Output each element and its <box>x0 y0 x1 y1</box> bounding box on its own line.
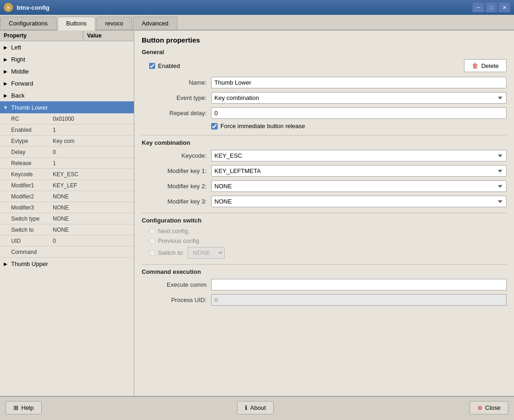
value-header: Value <box>83 31 105 41</box>
sub-row-release: Release 1 <box>0 158 134 169</box>
switch-to-label-tree: Switch to <box>11 227 53 233</box>
section-title: Button properties <box>142 36 507 44</box>
force-release-checkbox[interactable] <box>211 123 218 130</box>
switch-to-row: Switch to: NONE <box>142 247 507 259</box>
app-icon: 🖱 <box>4 3 13 12</box>
tab-buttons[interactable]: Buttons <box>57 17 95 31</box>
close-label: Close <box>485 404 501 411</box>
mod1-select[interactable]: KEY_LEFTMETA <box>211 165 507 177</box>
enabled-checkbox[interactable] <box>149 63 155 69</box>
mod3-label: Modifier key 3: <box>142 198 207 205</box>
key-combo-title: Key combination <box>142 139 507 146</box>
tree-item-thumb-lower[interactable]: ▼ Thumb Lower <box>0 101 134 113</box>
name-row: Name: <box>142 77 507 88</box>
mod1-value: KEY_LEF <box>53 182 77 189</box>
back-label: Back <box>9 91 134 100</box>
window-title: btnx-config <box>17 4 469 11</box>
mod1-row: Modifier key 1: KEY_LEFTMETA <box>142 165 507 177</box>
keycode-select[interactable]: KEY_ESC <box>211 150 507 161</box>
sub-row-uid: UID 0 <box>0 235 134 247</box>
tree-item-forward[interactable]: ▶ Forward <box>0 77 134 89</box>
mod3-value: NONE <box>53 204 69 211</box>
uid-value: 0 <box>53 238 56 244</box>
mod2-label-tree: Modifier2 <box>11 193 53 200</box>
tab-advanced[interactable]: Advanced <box>133 17 177 30</box>
switch-to-label: Switch to: <box>158 249 184 256</box>
sub-row-modifier2: Modifier2 NONE <box>0 191 134 202</box>
enabled-label-tree: Enabled <box>11 127 53 133</box>
uid-row: Process UID: <box>142 294 507 306</box>
prev-config-radio[interactable] <box>149 238 155 244</box>
tree-item-back[interactable]: ▶ Back <box>0 89 134 101</box>
forward-label: Forward <box>9 79 134 88</box>
delete-label: Delete <box>481 62 499 69</box>
middle-label: Middle <box>9 67 134 76</box>
mod2-select[interactable]: NONE <box>211 180 507 192</box>
name-input[interactable] <box>211 77 507 88</box>
expand-arrow-left: ▶ <box>2 45 9 50</box>
name-label: Name: <box>142 79 207 86</box>
expand-arrow-thumb-upper: ▶ <box>2 261 9 266</box>
main-content: Property Value ▶ Left ▶ Right ▶ Middle ▶… <box>0 31 514 396</box>
about-button[interactable]: ℹ About <box>237 401 274 414</box>
close-button[interactable]: ⊗ Close <box>470 401 508 414</box>
sub-row-rc: RC 0x01000 <box>0 113 134 124</box>
switch-type-value: NONE <box>53 216 69 222</box>
delete-icon: 🗑 <box>472 62 478 69</box>
cmd-exec-title: Command execution <box>142 268 507 275</box>
window-controls: ─ □ ✕ <box>472 2 510 12</box>
maximize-button[interactable]: □ <box>485 2 497 12</box>
delay-value: 0 <box>53 149 56 155</box>
expand-arrow-back: ▶ <box>2 93 9 98</box>
tab-configurations[interactable]: Configurations <box>0 17 56 30</box>
help-label: Help <box>21 404 34 411</box>
general-title: General <box>142 49 507 56</box>
repeat-delay-input[interactable] <box>211 107 507 119</box>
config-switch-section: Configuration switch Next config. Previo… <box>142 217 507 259</box>
tree-item-left[interactable]: ▶ Left <box>0 41 134 53</box>
tab-revoco[interactable]: revoco <box>96 17 132 30</box>
event-type-select[interactable]: Key combination <box>211 92 507 104</box>
enabled-checkbox-row: Enabled <box>149 62 464 69</box>
general-section: General Enabled 🗑 Delete Name: Event typ… <box>142 49 507 130</box>
release-value: 1 <box>53 160 56 167</box>
tree-item-middle[interactable]: ▶ Middle <box>0 65 134 77</box>
next-config-radio[interactable] <box>149 228 155 234</box>
key-combo-section: Key combination Keycode: KEY_ESC Modifie… <box>142 139 507 207</box>
about-icon: ℹ <box>245 404 247 411</box>
close-window-button[interactable]: ✕ <box>498 2 510 12</box>
release-label: Release <box>11 160 53 167</box>
switch-to-value: NONE <box>53 227 69 233</box>
about-label: About <box>250 404 266 411</box>
sub-row-switch-type: Switch type NONE <box>0 213 134 224</box>
expand-arrow-middle: ▶ <box>2 69 9 74</box>
thumb-lower-label: Thumb Lower <box>9 103 134 112</box>
keycode-value: KEY_ESC <box>53 171 78 178</box>
uid-input[interactable] <box>211 294 507 306</box>
mod1-label: Modifier key 1: <box>142 167 207 174</box>
sub-row-command: Command <box>0 247 134 258</box>
bottom-bar: ⊞ Help ℹ About ⊗ Close <box>0 396 514 418</box>
minimize-button[interactable]: ─ <box>472 2 484 12</box>
keycode-label-tree: Keycode <box>11 171 53 178</box>
event-type-row: Event type: Key combination <box>142 92 507 104</box>
mod3-select[interactable]: NONE <box>211 196 507 207</box>
tree-item-thumb-upper[interactable]: ▶ Thumb Upper <box>0 258 134 270</box>
property-header: Property <box>0 31 83 41</box>
sub-row-switch-to: Switch to NONE <box>0 224 134 235</box>
tree-item-right[interactable]: ▶ Right <box>0 53 134 65</box>
sub-row-modifier1: Modifier1 KEY_LEF <box>0 180 134 191</box>
sub-row-evtype: Evtype Key com <box>0 136 134 147</box>
delete-button[interactable]: 🗑 Delete <box>464 59 507 72</box>
switch-to-radio[interactable] <box>149 250 155 256</box>
switch-to-select[interactable]: NONE <box>188 247 225 259</box>
keycode-row: Keycode: KEY_ESC <box>142 150 507 161</box>
left-panel: Property Value ▶ Left ▶ Right ▶ Middle ▶… <box>0 31 134 396</box>
mod2-row: Modifier key 2: NONE <box>142 180 507 192</box>
evtype-label: Evtype <box>11 138 53 144</box>
expand-arrow-forward: ▶ <box>2 81 9 86</box>
mod1-label-tree: Modifier1 <box>11 182 53 189</box>
help-button[interactable]: ⊞ Help <box>6 401 42 414</box>
mod2-label: Modifier key 2: <box>142 183 207 190</box>
execute-input[interactable] <box>211 279 507 290</box>
